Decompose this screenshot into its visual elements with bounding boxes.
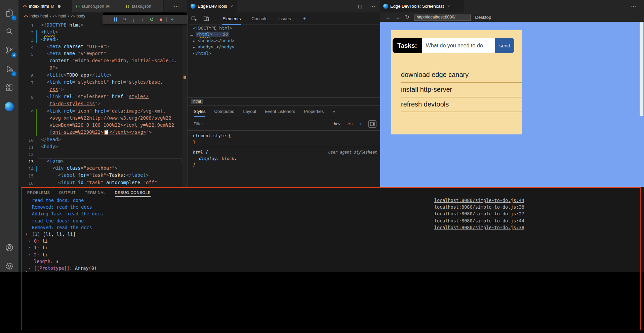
- code-row[interactable]: viewBox=%220 0 100 100%22><text y=%22.9e…: [18, 122, 187, 129]
- run-debug-button[interactable]: 1: [0, 60, 18, 77]
- add-tool-tab-button[interactable]: +: [303, 15, 306, 22]
- dom-tree[interactable]: <!DOCTYPE html>… <html> == $0▶<head>…</h…: [188, 25, 380, 56]
- twisty-icon[interactable]: ▾: [25, 232, 27, 236]
- code-row[interactable]: 13 <form>: [18, 158, 187, 165]
- cls-button[interactable]: .cls: [347, 122, 353, 126]
- tab-elements[interactable]: Elements: [222, 12, 241, 25]
- console-row[interactable]: ▸1: li: [18, 244, 524, 251]
- step-over-button[interactable]: ↷: [120, 15, 129, 24]
- tab-computed[interactable]: Computed: [214, 109, 234, 114]
- accounts-button[interactable]: [0, 239, 18, 256]
- twisty-icon[interactable]: ▸: [29, 253, 31, 256]
- style-rule-html[interactable]: user agent stylesheet html { display: bl…: [188, 147, 380, 170]
- console-row[interactable]: Removed: read the docslocalhost:8080/sim…: [18, 224, 524, 231]
- tab-tasks-json[interactable]: {} tasks.json: [122, 0, 164, 12]
- twisty-icon[interactable]: ▸: [29, 266, 31, 270]
- code-row[interactable]: 14 <div class="searchbar">`: [18, 165, 187, 172]
- tab-layout[interactable]: Layout: [243, 109, 256, 114]
- breadcrumb-node[interactable]: body: [77, 14, 85, 18]
- console-row[interactable]: ▸[[Prototype]]: Array(0): [18, 265, 524, 272]
- back-button[interactable]: ←: [386, 14, 391, 20]
- source-control-button[interactable]: 4: [0, 42, 18, 58]
- reload-button[interactable]: ↻: [405, 14, 409, 20]
- expand-arrow-icon[interactable]: ▶: [193, 38, 198, 44]
- styles-filter-input[interactable]: Filter: [194, 122, 203, 126]
- breadcrumb[interactable]: <> index.html › <> html › <> body: [18, 12, 103, 20]
- console-row[interactable]: Removed: read the docslocalhost:8080/sim…: [18, 204, 524, 210]
- twisty-icon[interactable]: ▸: [29, 239, 31, 243]
- code-row[interactable]: css">: [18, 87, 187, 94]
- console-output[interactable]: read the docs: donelocalhost:8080/simple…: [18, 197, 524, 272]
- tab-event-listeners[interactable]: Event Listeners: [265, 109, 295, 114]
- dom-node[interactable]: </html>: [188, 50, 380, 56]
- pause-button[interactable]: [111, 15, 120, 24]
- source-link[interactable]: localhost:8080/simple-to-do.js:27: [434, 211, 524, 216]
- style-rule-element[interactable]: element.style { }: [188, 131, 380, 147]
- close-icon[interactable]: ×: [447, 4, 450, 9]
- breadcrumb-node[interactable]: html: [58, 14, 66, 18]
- code-row[interactable]: font-size=%2290%22>📋</text></svg>">: [18, 129, 187, 136]
- console-prompt[interactable]: ›: [25, 268, 27, 272]
- code-lines[interactable]: 1<!DOCTYPE html>2<html>3<head>4 <meta ch…: [18, 22, 187, 187]
- code-row[interactable]: 16 <input id="task" autocomplete="off": [18, 180, 187, 187]
- code-editor[interactable]: 1<!DOCTYPE html>2<html>3<head>4 <meta ch…: [18, 20, 187, 187]
- source-link[interactable]: localhost:8080/simple-to-do.js:44: [434, 198, 524, 203]
- settings-button[interactable]: [0, 258, 18, 275]
- edge-devtools-view-button[interactable]: [0, 98, 18, 115]
- code-row[interactable]: 9 <link rel="icon" href="data:image/svg+…: [18, 108, 187, 115]
- breadcrumb-file[interactable]: index.html: [30, 14, 48, 18]
- code-row[interactable]: 12: [18, 151, 187, 158]
- console-row[interactable]: ▸2: li: [18, 251, 524, 258]
- console-row[interactable]: length: 3: [18, 258, 524, 265]
- inspect-element-icon[interactable]: [191, 15, 198, 22]
- code-row[interactable]: 10</head>: [18, 137, 187, 144]
- drag-grip-icon[interactable]: ⋮⋮: [104, 15, 111, 24]
- css-value[interactable]: block: [222, 156, 235, 161]
- tab-index-html[interactable]: <> index.html M: [19, 0, 72, 12]
- tab-screencast[interactable]: Edge DevTools: Screencast ×: [380, 0, 464, 12]
- code-row[interactable]: 0">: [18, 65, 187, 72]
- dom-node[interactable]: … <html> == $0: [188, 31, 380, 37]
- tab-problems[interactable]: PROBLEMS: [27, 189, 50, 196]
- right-group-more-actions[interactable]: ⋯: [631, 0, 636, 12]
- forward-button[interactable]: →: [395, 14, 400, 20]
- twisty-icon[interactable]: ▸: [29, 246, 31, 249]
- url-input[interactable]: [414, 14, 471, 21]
- tabs-overflow-chevron[interactable]: »: [332, 109, 335, 114]
- new-style-rule-button[interactable]: +: [359, 121, 362, 127]
- css-property[interactable]: display: [199, 156, 217, 161]
- dom-node[interactable]: ▶<body>…</body>: [188, 44, 380, 50]
- editor-scrollbar[interactable]: [183, 20, 187, 187]
- console-row[interactable]: ▸0: li: [18, 238, 524, 244]
- close-icon[interactable]: ×: [230, 4, 233, 9]
- code-row[interactable]: 11<body>: [18, 144, 187, 151]
- code-row[interactable]: 7 <link rel="stylesheet" href="styles/ba…: [18, 79, 187, 86]
- tab-terminal[interactable]: TERMINAL: [85, 189, 106, 196]
- device-mode-label[interactable]: Desktop: [475, 15, 491, 20]
- tab-launch-json[interactable]: {} launch.json M: [72, 0, 122, 12]
- code-row[interactable]: <svg xmlns=%22http://www.w3.org/2000/svg…: [18, 115, 187, 122]
- code-row[interactable]: 8 <link rel="stylesheet" href="styles/: [18, 94, 187, 101]
- code-row[interactable]: 2<html>: [18, 29, 187, 36]
- code-row[interactable]: 4 <meta charset="UTF-8">: [18, 44, 187, 51]
- split-editor-icon[interactable]: ◫: [358, 0, 362, 12]
- send-button[interactable]: send: [495, 38, 514, 53]
- code-row[interactable]: 15 <label for="task">Tasks:</label>: [18, 172, 187, 179]
- device-emulation-icon[interactable]: [203, 15, 210, 22]
- code-row[interactable]: content="width=device-width, initial-sca…: [18, 58, 187, 65]
- mid-group-more-actions[interactable]: ⋯: [370, 0, 375, 12]
- tab-properties[interactable]: Properties: [304, 109, 324, 114]
- todo-item[interactable]: install http-server: [401, 83, 522, 97]
- stop-button[interactable]: ■: [156, 15, 165, 24]
- explorer-button[interactable]: 1: [0, 5, 18, 22]
- expand-arrow-icon[interactable]: ▶: [193, 44, 198, 50]
- tab-output[interactable]: OUTPUT: [59, 189, 76, 196]
- element-states-panel-button[interactable]: [368, 120, 376, 128]
- tab-debug-console[interactable]: DEBUG CONSOLE: [115, 189, 151, 197]
- source-link[interactable]: localhost:8080/simple-to-do.js:38: [434, 204, 524, 210]
- tab-console[interactable]: Console: [251, 12, 268, 25]
- source-link[interactable]: localhost:8080/simple-to-do.js:38: [434, 225, 524, 230]
- dom-node[interactable]: ▶<head>…</head>: [188, 38, 380, 44]
- tab-issues[interactable]: Issues: [278, 12, 292, 25]
- step-into-button[interactable]: ↓: [129, 15, 138, 24]
